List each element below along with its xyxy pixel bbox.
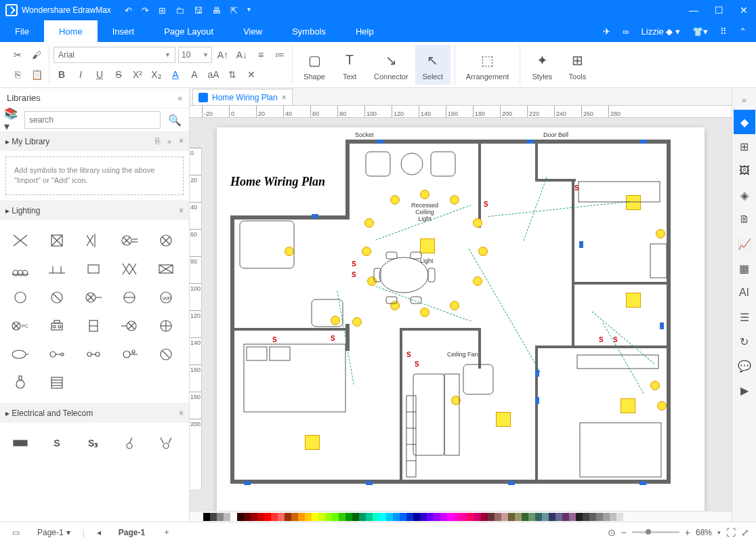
styles-tool[interactable]: ✦Styles [524,45,560,85]
symbol[interactable] [151,342,181,367]
symbol[interactable] [5,257,35,281]
spacing-button[interactable]: ⇅ [224,66,240,83]
chart-icon[interactable]: 📈 [734,232,755,256]
symbol[interactable] [114,257,144,281]
symbol[interactable] [42,342,72,367]
page-selector[interactable]: Page-1 ▾ [32,526,76,539]
expand-right-panel-icon[interactable]: » [734,91,755,110]
symbol[interactable] [151,228,181,253]
color-swatch[interactable] [217,513,224,521]
apps-icon[interactable]: ⠿ [720,26,727,37]
search-button[interactable]: 🔍 [165,111,185,129]
color-swatch[interactable] [278,513,285,521]
symbol[interactable] [114,342,144,367]
color-swatch[interactable] [522,513,528,521]
color-swatch[interactable] [501,513,508,521]
strike-button[interactable]: S [110,66,127,83]
color-swatch[interactable] [400,513,406,521]
symbol[interactable] [42,314,72,338]
layers-icon[interactable]: ◈ [734,183,755,207]
page[interactable]: Home Wiring Plan Socket Door Bel [217,127,705,511]
symbol[interactable] [151,314,181,338]
font-size-select[interactable]: 10▼ [178,47,212,63]
bold-button[interactable]: B [54,66,70,83]
color-swatch[interactable] [488,513,495,521]
symbol[interactable] [114,431,144,455]
page-tab[interactable]: Page-1 [113,526,150,539]
color-swatch[interactable] [576,513,583,521]
color-swatch[interactable] [373,513,379,521]
share-icon[interactable]: ∞ [623,26,629,37]
symbol[interactable] [5,285,35,310]
send-icon[interactable]: ✈ [603,26,610,37]
electrical-section-header[interactable]: ▸ Electrical and Telecom × [0,404,189,423]
select-tool[interactable]: ↖Select [415,45,450,85]
undo-icon[interactable]: ↶ [125,5,132,16]
color-swatch[interactable] [454,513,461,521]
color-swatch[interactable] [318,513,325,521]
redo-icon[interactable]: ↷ [142,5,149,16]
color-swatch[interactable] [210,513,217,521]
add-icon[interactable]: ＋ [165,136,173,148]
color-swatch[interactable] [237,513,244,521]
color-swatch[interactable] [271,513,278,521]
color-swatch[interactable] [345,513,352,521]
font-select[interactable]: Arial▼ [54,47,175,63]
symbol[interactable] [5,371,35,395]
present-icon[interactable]: ▶ [734,378,755,402]
symbol[interactable]: S [42,431,72,455]
print-icon[interactable]: 🖶 [212,5,221,16]
shape-tool[interactable]: ▢Shape [297,45,332,85]
symbol[interactable] [79,342,108,367]
color-swatch[interactable] [610,513,616,521]
open-icon[interactable]: 🗀 [175,5,184,16]
close-button[interactable]: ✕ [737,5,751,16]
symbol[interactable] [114,285,144,310]
symbol[interactable]: WP [151,285,181,310]
play-icon[interactable]: ⊙ [608,527,616,538]
tab-help[interactable]: Help [341,20,389,42]
zoom-dropdown-icon[interactable]: ▾ [717,529,721,536]
close-tab-icon[interactable]: × [282,93,287,102]
tab-symbols[interactable]: Symbols [277,20,341,42]
color-swatch[interactable] [420,513,427,521]
qat-more-icon[interactable]: ▾ [247,5,251,16]
color-swatch[interactable] [359,513,366,521]
color-swatch[interactable] [528,513,535,521]
paste-button[interactable]: 📋 [28,66,45,83]
color-swatch[interactable] [203,513,210,521]
color-swatch[interactable] [298,513,305,521]
underline-button[interactable]: U [91,66,108,83]
fit-page-icon[interactable]: ⛶ [726,527,736,538]
symbol[interactable] [79,314,108,338]
color-swatch[interactable] [332,513,339,521]
symbol[interactable] [79,285,108,310]
color-swatch[interactable] [224,513,230,521]
superscript-button[interactable]: X² [129,66,146,83]
symbol[interactable]: PC [5,314,35,338]
tab-home[interactable]: Home [44,20,98,42]
page-prev-button[interactable]: ◂ [91,526,106,539]
color-swatch[interactable] [427,513,434,521]
color-swatch[interactable] [251,513,257,521]
minimize-button[interactable]: — [686,5,701,16]
color-swatch[interactable] [352,513,359,521]
symbol[interactable] [151,431,181,455]
page-list-icon[interactable]: ▭ [7,526,25,539]
connector-tool[interactable]: ↘Connector [367,45,415,85]
symbol[interactable] [79,257,108,281]
close-section-icon[interactable]: × [179,136,184,148]
symbol[interactable] [5,431,35,455]
image-icon[interactable]: 🖼 [734,159,755,183]
bullets-button[interactable]: ≔ [272,47,288,63]
maximize-button[interactable]: ☐ [712,5,726,16]
color-swatch[interactable] [257,513,264,521]
color-swatch[interactable] [589,513,596,521]
color-swatch[interactable] [244,513,251,521]
close-section-icon[interactable]: × [179,206,184,215]
color-swatch[interactable] [515,513,522,521]
grid-icon[interactable]: ⊞ [734,134,755,159]
color-swatch[interactable] [393,513,400,521]
color-swatch[interactable] [467,513,474,521]
ai-icon[interactable]: AI [734,280,755,305]
